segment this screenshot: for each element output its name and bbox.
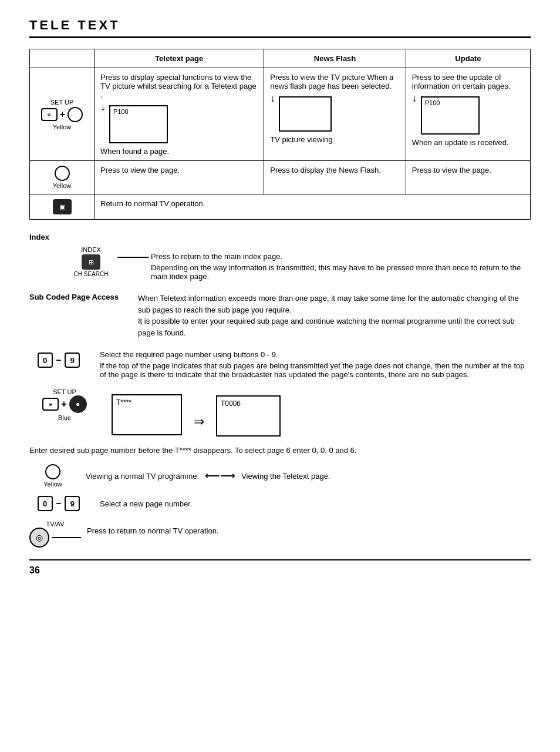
viewing-text-block: Viewing a normal TV programme. ⟵⟶ Viewin… — [86, 469, 330, 482]
update-caption: When an update is received. — [412, 138, 524, 147]
down-arrow-col3: ↓ — [270, 93, 275, 103]
t0006-text: T0006 — [221, 400, 241, 408]
blue-label: Blue — [58, 414, 71, 421]
num-range-line1: Select the required page number using bu… — [100, 350, 531, 359]
setup-blue-icons: SET UP ≡ + ● Blue — [29, 388, 100, 421]
yellow-only-icon-cell: Yellow — [30, 161, 95, 194]
tstar-screen: T**** — [112, 394, 182, 435]
yellow-label-row2: Yellow — [53, 182, 71, 189]
teletext-page-cell: Press to display special functions to vi… — [95, 68, 264, 161]
setup-blue-section: SET UP ≡ + ● Blue T**** ⇒ T0006 — [29, 388, 531, 438]
t0006-screen: T0006 — [216, 395, 281, 437]
range-dash2: – — [56, 498, 62, 509]
p100-label-teletext: P100 — [113, 108, 129, 115]
tv-screen-newsflash — [279, 96, 332, 132]
down-arrow-col2: ↓ — [100, 102, 106, 112]
setup-yellow-icon-cell: SET UP ≡ + Yellow — [30, 68, 95, 161]
yellow-viewing-row: Yellow Viewing a normal TV programme. ⟵⟶… — [29, 464, 531, 488]
col-header-teletext: Teletext page — [95, 49, 264, 68]
zero-button: 0 — [38, 352, 53, 368]
yellow-viewing-label: Yellow — [43, 481, 62, 488]
tvav-icon-area: TV/AV ◎ — [29, 521, 81, 548]
tvav-line — [52, 537, 81, 538]
index-line2: Depending on the way information is tran… — [151, 263, 531, 281]
tv-screen-teletext: P100 — [109, 105, 168, 143]
tvav-text: Press to return to normal TV operation. — [87, 526, 218, 535]
tvav-label-text: TV/AV — [46, 521, 65, 528]
plus-sign: + — [60, 109, 65, 120]
sub-coded-title: Sub Coded Page Access — [29, 293, 132, 301]
yellow-button-icon — [68, 107, 83, 122]
yellow-button-viewing — [45, 464, 60, 479]
num-range2-display: 0 – 9 — [38, 496, 80, 511]
setup-label-blue: SET UP — [53, 388, 76, 395]
news-flash-text: Press to view the TV picture When a news… — [270, 73, 393, 90]
yellow-button-row2 — [55, 166, 70, 181]
row2-teletext-cell: Press to view the page. — [95, 161, 264, 194]
nine-button2: 9 — [65, 496, 80, 511]
down-arrow-col4: ↓ — [412, 93, 417, 103]
index-label-text: INDEX — [81, 246, 101, 253]
col-header-newsflash: News Flash — [264, 49, 406, 68]
ch-search-label: CH SEARCH — [74, 271, 109, 277]
row3-text-cell: Return to normal TV operation. — [95, 194, 531, 220]
index-button-icon: ⊞ — [82, 254, 100, 270]
menu-button-blue: ≡ — [42, 398, 59, 411]
page-number: 36 — [29, 559, 531, 576]
num-range-section-2: 0 – 9 Select a new page number. — [29, 496, 531, 511]
viewing-right-text: Viewing the Teletext page. — [241, 472, 330, 481]
num-range-display: 0 – 9 — [38, 352, 80, 368]
col-header-update: Update — [406, 49, 530, 68]
tv-screen-update: P100 — [421, 96, 480, 135]
news-flash-caption: TV picture viewing — [270, 135, 400, 144]
index-line1: Press to return to the main index page. — [151, 252, 531, 261]
blue-button: ● — [69, 395, 87, 413]
p100-label-update: P100 — [425, 99, 440, 106]
teletext-page-text: Press to display special functions to vi… — [100, 73, 257, 99]
num-range-line2: If the top of the page indicates that su… — [100, 361, 531, 379]
zero-button2: 0 — [38, 496, 53, 511]
page-title: TELE TEXT — [29, 18, 531, 33]
update-cell: Press to see the update of information o… — [406, 68, 530, 161]
menu-button-icon: ≡ — [41, 108, 58, 121]
row2-update-cell: Press to view the page. — [406, 161, 530, 194]
index-title: Index — [29, 233, 531, 241]
yellow-label-row1: Yellow — [53, 123, 71, 130]
main-table: Teletext page News Flash Update SET UP ≡… — [29, 49, 531, 220]
num-range2-text: Select a new page number. — [100, 499, 193, 508]
index-section: Index INDEX ⊞ CH SEARCH Press to return … — [29, 233, 531, 281]
news-flash-cell: Press to view the TV picture When a news… — [264, 68, 406, 161]
dark-square-button: ▣ — [53, 199, 72, 214]
sub-coded-text: When Teletext information exceeds more t… — [138, 293, 531, 338]
num-range-section-1: 0 – 9 Select the required page number us… — [29, 350, 531, 379]
nine-button: 9 — [65, 352, 80, 368]
sub-coded-section: Sub Coded Page Access When Teletext info… — [29, 293, 531, 338]
range-dash: – — [56, 355, 62, 365]
row2-newsflash-cell: Press to display the News Flash. — [264, 161, 406, 194]
tvav-button-icon: ◎ — [29, 528, 49, 548]
teletext-caption: When found a page. — [100, 147, 258, 156]
yellow-icon-viewing: Yellow — [29, 464, 76, 488]
setup-label-text: SET UP — [50, 99, 74, 106]
col-header-empty — [30, 49, 95, 68]
num-range-text-block: Select the required page number using bu… — [100, 350, 531, 379]
tstar-text: T**** — [116, 398, 131, 407]
viewing-left-text: Viewing a normal TV programme. — [86, 472, 199, 481]
tvav-row: TV/AV ◎ Press to return to normal TV ope… — [29, 521, 531, 548]
arrow-right-icon: ⇒ — [194, 414, 204, 429]
update-text: Press to see the update of information o… — [412, 73, 511, 90]
index-connector-line — [117, 257, 149, 258]
plus-blue: + — [61, 399, 66, 409]
dark-button-icon-cell: ▣ — [30, 194, 95, 220]
title-divider — [29, 36, 531, 38]
double-arrow-icon: ⟵⟶ — [205, 469, 235, 482]
enter-subpage-text: Enter desired sub page number before the… — [29, 446, 531, 455]
